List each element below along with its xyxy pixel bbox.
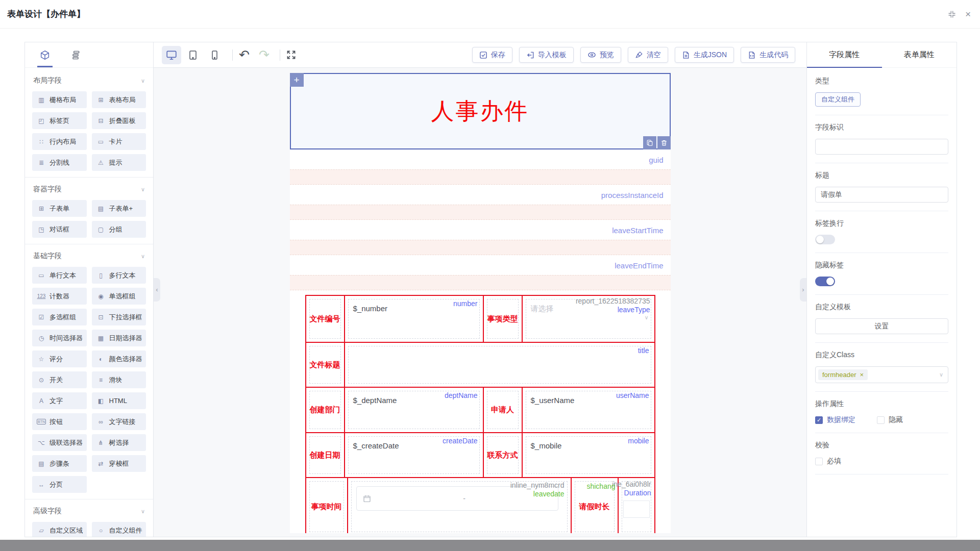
palette-item[interactable]: ◳对话框 <box>32 221 87 238</box>
hidden-field-row[interactable]: leaveEndTime <box>290 256 671 275</box>
palette-item[interactable]: ⊞子表单 <box>32 200 87 217</box>
field-id-input[interactable] <box>815 139 948 155</box>
palette-item[interactable]: ▱自定义区域 <box>32 522 87 537</box>
field-cell-createdate[interactable]: $_createDate createDate <box>345 433 484 477</box>
palette-item[interactable]: ∞文字链接 <box>92 413 146 430</box>
close-icon[interactable]: × <box>965 9 971 19</box>
label-cell[interactable]: 文件编号 <box>306 296 345 342</box>
form-header-component[interactable]: + 人事办件 <box>290 73 671 149</box>
generate-code-button[interactable]: 生成代码 <box>741 47 795 63</box>
palette-item[interactable]: ▭卡片 <box>92 133 146 150</box>
redo-icon[interactable]: ↷ <box>259 48 270 61</box>
remove-tag-icon[interactable]: × <box>860 371 864 379</box>
data-binding-checkbox-row[interactable]: ✓ 数据绑定 <box>815 415 855 424</box>
palette-item[interactable]: ↔分页 <box>32 476 87 493</box>
collapse-right-panel-handle[interactable]: › <box>800 278 806 302</box>
palette-item[interactable]: ▤步骤条 <box>32 455 87 472</box>
settings-button[interactable]: 设置 <box>815 318 948 334</box>
palette-item[interactable]: ☆评分 <box>32 350 87 367</box>
palette-item[interactable]: ▭单行文本 <box>32 267 87 284</box>
hidden-checkbox-row[interactable]: 隐藏 <box>877 415 903 424</box>
fullscreen-icon[interactable] <box>286 50 296 60</box>
tab-outline[interactable] <box>67 42 84 67</box>
tab-form-properties[interactable]: 表单属性 <box>882 42 957 67</box>
group-header[interactable]: 容器字段 ∨ <box>32 183 146 200</box>
label-cell[interactable]: 事项类型 <box>484 296 523 342</box>
hide-label-toggle[interactable] <box>815 277 835 286</box>
tab-field-properties[interactable]: 字段属性 <box>807 42 882 67</box>
label-cell[interactable]: shichang 请假时长 <box>572 478 619 533</box>
field-cell-leavetype[interactable]: 请选择 report_1622518382735 leaveType ∨ <box>523 296 654 342</box>
palette-item[interactable]: ◧HTML <box>92 392 146 409</box>
palette-item[interactable]: ⊟折叠面板 <box>92 112 146 129</box>
palette-item[interactable]: ◰标签页 <box>32 112 87 129</box>
palette-item[interactable]: ⇄穿梭框 <box>92 455 146 472</box>
palette-item[interactable]: ⋔树选择 <box>92 434 146 451</box>
checkbox-checked-icon[interactable]: ✓ <box>815 416 823 424</box>
palette-item[interactable]: ⌥级联选择器 <box>32 434 87 451</box>
hidden-field-placeholder[interactable] <box>290 205 671 220</box>
palette-item[interactable]: ⊞表格布局 <box>92 91 146 108</box>
checkbox-icon[interactable] <box>877 416 885 424</box>
label-cell[interactable]: 创建日期 <box>306 433 345 477</box>
group-header[interactable]: 高级字段 ∨ <box>32 505 146 522</box>
palette-item[interactable]: ⊙开关 <box>32 371 87 388</box>
palette-item[interactable]: ◐颜色选择器 <box>92 350 146 367</box>
label-cell[interactable]: 事项时间 <box>306 478 348 533</box>
hidden-field-placeholder[interactable] <box>290 169 671 185</box>
hidden-field-placeholder[interactable] <box>290 240 671 255</box>
palette-item[interactable]: ▦日期选择器 <box>92 330 146 346</box>
drag-handle-icon[interactable]: + <box>290 73 304 87</box>
mobile-view-button[interactable] <box>205 46 224 64</box>
field-cell-leavedate[interactable]: - inline_nym8mcrd leavedate <box>348 478 572 533</box>
title-input[interactable]: 请假单 <box>815 187 948 203</box>
generate-json-button[interactable]: 生成JSON <box>675 47 734 63</box>
palette-item[interactable]: ☑多选框组 <box>32 309 87 325</box>
save-button[interactable]: 保存 <box>472 47 512 63</box>
undo-icon[interactable]: ↶ <box>239 48 250 61</box>
compress-icon[interactable] <box>948 10 956 18</box>
custom-class-select[interactable]: formheader × ∨ <box>815 366 948 383</box>
hidden-field-row[interactable]: guid <box>290 151 671 169</box>
palette-item[interactable]: ◉单选框组 <box>92 288 146 305</box>
import-template-button[interactable]: 导入模板 <box>519 47 574 63</box>
palette-item[interactable]: ○自定义组件 <box>92 522 146 537</box>
group-header[interactable]: 基础字段 ∨ <box>32 249 146 267</box>
tab-components[interactable] <box>36 42 54 67</box>
duration-input[interactable] <box>623 500 650 518</box>
field-cell-username[interactable]: $_userName userName <box>523 388 654 432</box>
label-cell[interactable]: 联系方式 <box>484 433 523 477</box>
field-cell-deptname[interactable]: $_deptName deptName <box>345 388 484 432</box>
palette-item[interactable]: ▤子表单+ <box>92 200 146 217</box>
palette-item[interactable]: ▥栅格布局 <box>32 91 87 108</box>
label-cell[interactable]: 申请人 <box>484 388 523 432</box>
hidden-field-row[interactable]: leaveStartTime <box>290 221 671 240</box>
desktop-view-button[interactable] <box>162 46 181 64</box>
delete-component-button[interactable] <box>657 136 671 149</box>
palette-item[interactable]: ≣分割线 <box>32 154 87 171</box>
clear-button[interactable]: 清空 <box>628 47 668 63</box>
label-cell[interactable]: 创建部门 <box>306 388 345 432</box>
field-cell-title[interactable]: title <box>345 343 654 387</box>
palette-item[interactable]: ∷行内布局 <box>32 133 87 150</box>
hidden-field-placeholder[interactable] <box>290 275 671 290</box>
required-checkbox-row[interactable]: 必填 <box>815 457 948 466</box>
label-cell[interactable]: 文件标题 <box>306 343 345 387</box>
palette-item[interactable]: ≡滑块 <box>92 371 146 388</box>
label-wrap-toggle[interactable] <box>815 235 835 244</box>
hidden-field-row[interactable]: processInstanceId <box>290 186 671 205</box>
field-cell-mobile[interactable]: $_mobile mobile <box>523 433 654 477</box>
field-cell-duration[interactable]: ine_6ai0h8lr Duration <box>619 478 654 533</box>
collapse-left-panel-handle[interactable]: ‹ <box>154 278 160 302</box>
palette-item[interactable]: 123计数器 <box>32 288 87 305</box>
preview-button[interactable]: 预览 <box>580 47 621 63</box>
field-cell-number[interactable]: $_number number <box>345 296 484 342</box>
palette-item[interactable]: BTN按钮 <box>32 413 87 430</box>
palette-item[interactable]: ▯多行文本 <box>92 267 146 284</box>
tablet-view-button[interactable] <box>183 46 203 64</box>
copy-component-button[interactable] <box>643 136 656 149</box>
palette-item[interactable]: ⊡下拉选择框 <box>92 309 146 325</box>
palette-item[interactable]: ◷时间选择器 <box>32 330 87 346</box>
palette-item[interactable]: ▢分组 <box>92 221 146 238</box>
palette-item[interactable]: A文字 <box>32 392 87 409</box>
